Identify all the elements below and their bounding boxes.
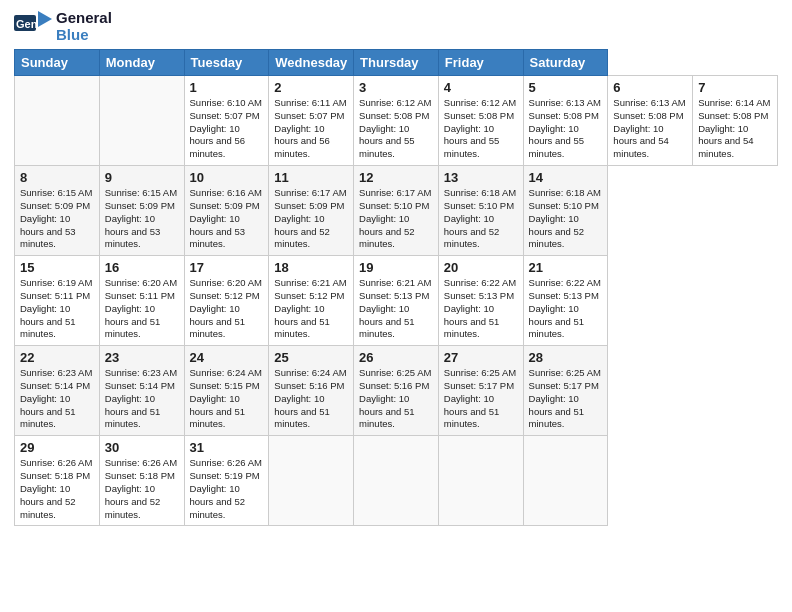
day-info: Sunrise: 6:15 AM Sunset: 5:09 PM Dayligh… bbox=[105, 187, 179, 251]
logo-line2: Blue bbox=[56, 27, 112, 44]
day-number: 11 bbox=[274, 170, 348, 185]
calendar-cell: 9 Sunrise: 6:15 AM Sunset: 5:09 PM Dayli… bbox=[99, 166, 184, 256]
calendar-cell: 22 Sunrise: 6:23 AM Sunset: 5:14 PM Dayl… bbox=[15, 346, 100, 436]
calendar-cell: 20 Sunrise: 6:22 AM Sunset: 5:13 PM Dayl… bbox=[438, 256, 523, 346]
day-number: 1 bbox=[190, 80, 264, 95]
day-info: Sunrise: 6:25 AM Sunset: 5:17 PM Dayligh… bbox=[444, 367, 518, 431]
calendar-cell: 4 Sunrise: 6:12 AM Sunset: 5:08 PM Dayli… bbox=[438, 76, 523, 166]
day-number: 19 bbox=[359, 260, 433, 275]
day-info: Sunrise: 6:12 AM Sunset: 5:08 PM Dayligh… bbox=[444, 97, 518, 161]
day-number: 8 bbox=[20, 170, 94, 185]
calendar-cell: 8 Sunrise: 6:15 AM Sunset: 5:09 PM Dayli… bbox=[15, 166, 100, 256]
day-number: 9 bbox=[105, 170, 179, 185]
svg-marker-2 bbox=[38, 11, 52, 27]
calendar-cell: 1 Sunrise: 6:10 AM Sunset: 5:07 PM Dayli… bbox=[184, 76, 269, 166]
day-info: Sunrise: 6:22 AM Sunset: 5:13 PM Dayligh… bbox=[444, 277, 518, 341]
calendar-cell: 6 Sunrise: 6:13 AM Sunset: 5:08 PM Dayli… bbox=[608, 76, 693, 166]
calendar-week-2: 8 Sunrise: 6:15 AM Sunset: 5:09 PM Dayli… bbox=[15, 166, 778, 256]
calendar-cell: 23 Sunrise: 6:23 AM Sunset: 5:14 PM Dayl… bbox=[99, 346, 184, 436]
calendar-week-1: 1 Sunrise: 6:10 AM Sunset: 5:07 PM Dayli… bbox=[15, 76, 778, 166]
day-info: Sunrise: 6:18 AM Sunset: 5:10 PM Dayligh… bbox=[529, 187, 603, 251]
calendar-cell bbox=[269, 436, 354, 526]
calendar-cell: 18 Sunrise: 6:21 AM Sunset: 5:12 PM Dayl… bbox=[269, 256, 354, 346]
day-info: Sunrise: 6:17 AM Sunset: 5:10 PM Dayligh… bbox=[359, 187, 433, 251]
day-number: 13 bbox=[444, 170, 518, 185]
calendar-cell: 11 Sunrise: 6:17 AM Sunset: 5:09 PM Dayl… bbox=[269, 166, 354, 256]
day-header-thursday: Thursday bbox=[354, 50, 439, 76]
calendar-cell: 16 Sunrise: 6:20 AM Sunset: 5:11 PM Dayl… bbox=[99, 256, 184, 346]
day-number: 23 bbox=[105, 350, 179, 365]
day-info: Sunrise: 6:26 AM Sunset: 5:18 PM Dayligh… bbox=[105, 457, 179, 521]
day-info: Sunrise: 6:21 AM Sunset: 5:13 PM Dayligh… bbox=[359, 277, 433, 341]
day-header-monday: Monday bbox=[99, 50, 184, 76]
calendar-header-row: SundayMondayTuesdayWednesdayThursdayFrid… bbox=[15, 50, 778, 76]
day-number: 30 bbox=[105, 440, 179, 455]
calendar-cell: 14 Sunrise: 6:18 AM Sunset: 5:10 PM Dayl… bbox=[523, 166, 608, 256]
calendar-cell: 25 Sunrise: 6:24 AM Sunset: 5:16 PM Dayl… bbox=[269, 346, 354, 436]
day-number: 20 bbox=[444, 260, 518, 275]
calendar-cell: 7 Sunrise: 6:14 AM Sunset: 5:08 PM Dayli… bbox=[693, 76, 778, 166]
calendar-cell bbox=[438, 436, 523, 526]
logo-icon: Gen bbox=[14, 11, 52, 43]
day-info: Sunrise: 6:13 AM Sunset: 5:08 PM Dayligh… bbox=[613, 97, 687, 161]
day-number: 31 bbox=[190, 440, 264, 455]
day-number: 17 bbox=[190, 260, 264, 275]
day-number: 14 bbox=[529, 170, 603, 185]
calendar-cell: 30 Sunrise: 6:26 AM Sunset: 5:18 PM Dayl… bbox=[99, 436, 184, 526]
day-info: Sunrise: 6:20 AM Sunset: 5:11 PM Dayligh… bbox=[105, 277, 179, 341]
day-header-sunday: Sunday bbox=[15, 50, 100, 76]
day-info: Sunrise: 6:26 AM Sunset: 5:19 PM Dayligh… bbox=[190, 457, 264, 521]
header: Gen General Blue bbox=[14, 10, 778, 43]
calendar-cell: 26 Sunrise: 6:25 AM Sunset: 5:16 PM Dayl… bbox=[354, 346, 439, 436]
calendar-cell: 15 Sunrise: 6:19 AM Sunset: 5:11 PM Dayl… bbox=[15, 256, 100, 346]
calendar-cell: 28 Sunrise: 6:25 AM Sunset: 5:17 PM Dayl… bbox=[523, 346, 608, 436]
calendar-cell: 2 Sunrise: 6:11 AM Sunset: 5:07 PM Dayli… bbox=[269, 76, 354, 166]
day-number: 25 bbox=[274, 350, 348, 365]
day-number: 24 bbox=[190, 350, 264, 365]
day-info: Sunrise: 6:10 AM Sunset: 5:07 PM Dayligh… bbox=[190, 97, 264, 161]
day-info: Sunrise: 6:14 AM Sunset: 5:08 PM Dayligh… bbox=[698, 97, 772, 161]
calendar-cell: 27 Sunrise: 6:25 AM Sunset: 5:17 PM Dayl… bbox=[438, 346, 523, 436]
calendar-cell bbox=[99, 76, 184, 166]
calendar-cell: 24 Sunrise: 6:24 AM Sunset: 5:15 PM Dayl… bbox=[184, 346, 269, 436]
calendar-cell: 5 Sunrise: 6:13 AM Sunset: 5:08 PM Dayli… bbox=[523, 76, 608, 166]
calendar-cell: 3 Sunrise: 6:12 AM Sunset: 5:08 PM Dayli… bbox=[354, 76, 439, 166]
day-info: Sunrise: 6:17 AM Sunset: 5:09 PM Dayligh… bbox=[274, 187, 348, 251]
day-info: Sunrise: 6:13 AM Sunset: 5:08 PM Dayligh… bbox=[529, 97, 603, 161]
day-number: 3 bbox=[359, 80, 433, 95]
day-number: 26 bbox=[359, 350, 433, 365]
day-info: Sunrise: 6:20 AM Sunset: 5:12 PM Dayligh… bbox=[190, 277, 264, 341]
day-info: Sunrise: 6:24 AM Sunset: 5:16 PM Dayligh… bbox=[274, 367, 348, 431]
calendar-cell: 19 Sunrise: 6:21 AM Sunset: 5:13 PM Dayl… bbox=[354, 256, 439, 346]
calendar-table: SundayMondayTuesdayWednesdayThursdayFrid… bbox=[14, 49, 778, 526]
day-info: Sunrise: 6:11 AM Sunset: 5:07 PM Dayligh… bbox=[274, 97, 348, 161]
day-info: Sunrise: 6:23 AM Sunset: 5:14 PM Dayligh… bbox=[20, 367, 94, 431]
calendar-cell: 29 Sunrise: 6:26 AM Sunset: 5:18 PM Dayl… bbox=[15, 436, 100, 526]
day-number: 12 bbox=[359, 170, 433, 185]
day-number: 21 bbox=[529, 260, 603, 275]
day-number: 4 bbox=[444, 80, 518, 95]
calendar-cell bbox=[523, 436, 608, 526]
day-number: 5 bbox=[529, 80, 603, 95]
calendar-cell: 10 Sunrise: 6:16 AM Sunset: 5:09 PM Dayl… bbox=[184, 166, 269, 256]
day-header-friday: Friday bbox=[438, 50, 523, 76]
day-number: 29 bbox=[20, 440, 94, 455]
day-number: 28 bbox=[529, 350, 603, 365]
calendar-cell: 17 Sunrise: 6:20 AM Sunset: 5:12 PM Dayl… bbox=[184, 256, 269, 346]
day-info: Sunrise: 6:12 AM Sunset: 5:08 PM Dayligh… bbox=[359, 97, 433, 161]
day-number: 16 bbox=[105, 260, 179, 275]
day-info: Sunrise: 6:25 AM Sunset: 5:16 PM Dayligh… bbox=[359, 367, 433, 431]
day-number: 22 bbox=[20, 350, 94, 365]
day-number: 6 bbox=[613, 80, 687, 95]
calendar-cell: 12 Sunrise: 6:17 AM Sunset: 5:10 PM Dayl… bbox=[354, 166, 439, 256]
calendar-cell bbox=[354, 436, 439, 526]
day-info: Sunrise: 6:15 AM Sunset: 5:09 PM Dayligh… bbox=[20, 187, 94, 251]
day-info: Sunrise: 6:24 AM Sunset: 5:15 PM Dayligh… bbox=[190, 367, 264, 431]
day-info: Sunrise: 6:19 AM Sunset: 5:11 PM Dayligh… bbox=[20, 277, 94, 341]
day-number: 2 bbox=[274, 80, 348, 95]
page-container: Gen General Blue SundayMondayTuesdayWedn… bbox=[0, 0, 792, 536]
day-info: Sunrise: 6:25 AM Sunset: 5:17 PM Dayligh… bbox=[529, 367, 603, 431]
calendar-cell bbox=[15, 76, 100, 166]
day-number: 18 bbox=[274, 260, 348, 275]
day-number: 15 bbox=[20, 260, 94, 275]
